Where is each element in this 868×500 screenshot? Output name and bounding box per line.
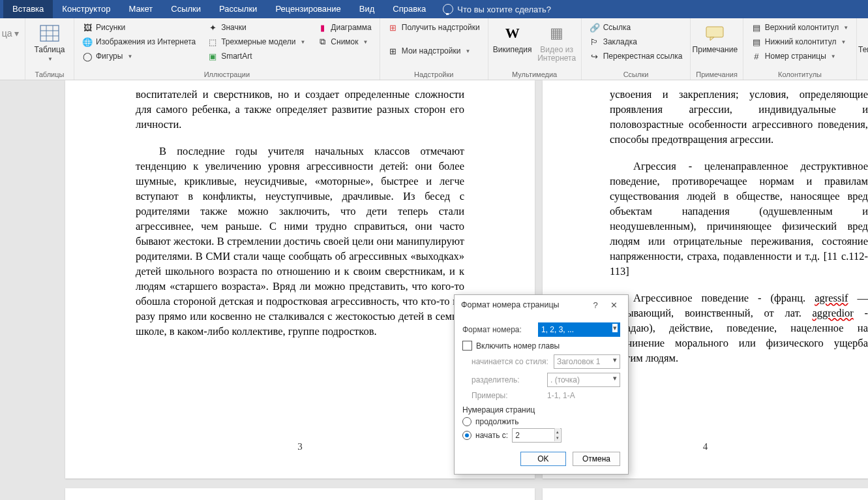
group-label-tables: Таблицы — [31, 70, 68, 80]
page-number-icon: # — [751, 51, 762, 61]
ribbon-tabs: Вставка Конструктор Макет Ссылки Рассылк… — [0, 0, 868, 18]
wikipedia-icon: W — [502, 23, 523, 44]
screenshot-button[interactable]: ⧉Снимок▼ — [314, 36, 374, 48]
cube-icon: ⬚ — [207, 37, 218, 47]
tell-me[interactable]: Что вы хотите сделать? — [443, 4, 551, 14]
paragraph: Агрессия - целенаправленное деструктивно… — [610, 159, 868, 279]
starts-style-value: Заголовок 1 — [557, 357, 600, 366]
help-icon[interactable]: ? — [586, 300, 605, 310]
ok-button[interactable]: OK — [520, 452, 566, 466]
smartart-button[interactable]: ▣SmartArt — [205, 50, 308, 62]
xref-label: Перекрестная ссылка — [603, 52, 683, 61]
my-addins-label: Мои надстройки — [402, 46, 461, 55]
tab-insert[interactable]: Вставка — [3, 0, 53, 18]
pictures-icon: 🖼 — [82, 22, 93, 33]
format-label: Формат номера: — [462, 325, 533, 334]
starts-style-select: Заголовок 1 — [554, 354, 620, 369]
xref-icon: ↪ — [590, 51, 600, 61]
text-box-button[interactable]: A Текстовое поле — [862, 20, 868, 63]
tab-references[interactable]: Ссылки — [162, 0, 210, 18]
comment-label: Примечание — [693, 46, 738, 54]
icons-button[interactable]: ✦Значки — [205, 22, 308, 33]
page-5[interactable]: Агрессивность (лат. aggressio - нападени… — [65, 488, 535, 500]
svg-rect-0 — [40, 25, 59, 41]
comment-button[interactable]: Примечание — [696, 20, 734, 54]
online-pictures-button[interactable]: 🌐Изображения из Интернета — [80, 36, 198, 48]
group-label-illustrations: Иллюстрации — [80, 70, 374, 80]
chart-label: Диаграмма — [331, 23, 371, 32]
continue-label: продолжить — [475, 417, 518, 426]
3d-models-button[interactable]: ⬚Трехмерные модели▼ — [205, 36, 308, 48]
chart-button[interactable]: ▮Диаграмма — [314, 22, 374, 33]
my-addins-button[interactable]: ⊞Мои надстройки▼ — [385, 45, 483, 57]
online-pictures-label: Изображения из Интернета — [96, 37, 196, 46]
table-button[interactable]: Таблица▼ — [31, 20, 68, 63]
chart-icon: ▮ — [317, 22, 327, 33]
header-button[interactable]: ▤Верхний колонтитул▼ — [749, 22, 851, 33]
tab-design[interactable]: Конструктор — [53, 0, 119, 18]
close-icon[interactable]: ✕ — [605, 300, 623, 310]
start-at-spinner[interactable]: 2 — [512, 428, 561, 443]
page-number-button[interactable]: #Номер страницы▼ — [749, 50, 851, 62]
group-label-links: Ссылки — [587, 70, 685, 80]
continue-radio[interactable]: продолжить — [462, 417, 620, 426]
shapes-label: Фигуры — [96, 52, 123, 61]
separator-value: . (точка) — [550, 375, 580, 384]
pictures-button[interactable]: 🖼Рисунки — [80, 22, 198, 33]
comment-icon — [704, 23, 725, 44]
tab-review[interactable]: Рецензирование — [266, 0, 350, 18]
tab-layout[interactable]: Макет — [119, 0, 162, 18]
online-pictures-icon: 🌐 — [82, 37, 93, 47]
radio-icon — [462, 417, 471, 426]
icons-icon: ✦ — [207, 22, 218, 33]
header-icon: ▤ — [751, 22, 762, 33]
shapes-button[interactable]: ◯Фигуры▼ — [80, 50, 198, 62]
tell-me-label: Что вы хотите сделать? — [457, 5, 551, 14]
cross-reference-button[interactable]: ↪Перекрестная ссылка — [587, 50, 685, 62]
paragraph: Агрессивное поведение - (франц. agressif… — [610, 290, 868, 366]
tab-help[interactable]: Справка — [383, 0, 435, 18]
document-workspace[interactable]: воспитателей и сверстников, но и создает… — [0, 80, 868, 500]
include-chapter-checkbox[interactable] — [462, 341, 472, 351]
number-format-value: 1, 2, 3, ... — [541, 325, 574, 334]
dialog-titlebar[interactable]: Формат номера страницы ? ✕ — [455, 295, 628, 315]
wikipedia-button[interactable]: W Википедия — [494, 20, 531, 54]
start-at-radio[interactable]: начать с: 2 — [462, 428, 620, 443]
screenshot-label: Снимок — [331, 37, 358, 46]
page-6[interactable]: 1) Проанализировать понятия «агрессия», … — [543, 488, 868, 500]
lightbulb-icon — [443, 4, 453, 14]
examples-value: 1-1, 1-A — [547, 391, 575, 400]
link-button[interactable]: 🔗Ссылка — [587, 22, 685, 33]
include-chapter-label: Включить номер главы — [476, 341, 560, 351]
get-addins-button[interactable]: ⊞Получить надстройки — [385, 22, 483, 33]
table-label: Таблица — [34, 45, 65, 54]
page-options-button[interactable]: ца ▾ — [1, 20, 20, 44]
group-label-headerfooter: Колонтитулы — [749, 70, 851, 80]
bookmark-button[interactable]: 🏳Закладка — [587, 36, 685, 48]
starts-style-label: начинается со стиля: — [471, 357, 548, 366]
shapes-icon: ◯ — [82, 51, 93, 61]
pictures-label: Рисунки — [96, 23, 125, 32]
tab-view[interactable]: Вид — [350, 0, 384, 18]
svg-rect-5 — [706, 27, 723, 37]
paragraph: усвоения и закрепления; условия, определ… — [610, 87, 868, 147]
cancel-button[interactable]: Отмена — [573, 452, 620, 466]
number-format-select[interactable]: 1, 2, 3, ... — [538, 322, 620, 337]
radio-icon — [462, 431, 471, 440]
bookmark-icon: 🏳 — [590, 37, 600, 47]
footer-button[interactable]: ▤Нижний колонтитул▼ — [749, 36, 851, 48]
online-video-button: ▦ Видео из Интернета — [538, 20, 576, 63]
wikipedia-label: Википедия — [493, 46, 532, 54]
store-icon: ⊞ — [388, 22, 398, 33]
start-at-value: 2 — [515, 431, 520, 440]
numbering-group-label: Нумерация страниц — [462, 405, 620, 414]
examples-label: Примеры: — [471, 391, 542, 400]
page-icon: ца ▾ — [0, 23, 21, 44]
icons-label: Значки — [221, 23, 247, 32]
smartart-label: SmartArt — [221, 52, 252, 61]
tab-mailings[interactable]: Рассылки — [210, 0, 266, 18]
online-video-label: Видео из Интернета — [537, 46, 576, 63]
link-icon: 🔗 — [590, 22, 600, 33]
dialog-title: Формат номера страницы — [461, 300, 586, 309]
addins-icon: ⊞ — [388, 46, 398, 56]
